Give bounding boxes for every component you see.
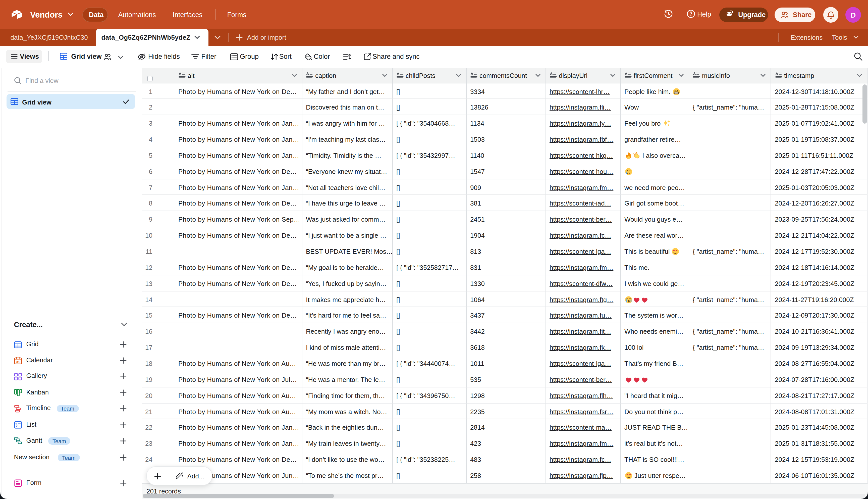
svg-text:31: 31 xyxy=(16,360,20,364)
